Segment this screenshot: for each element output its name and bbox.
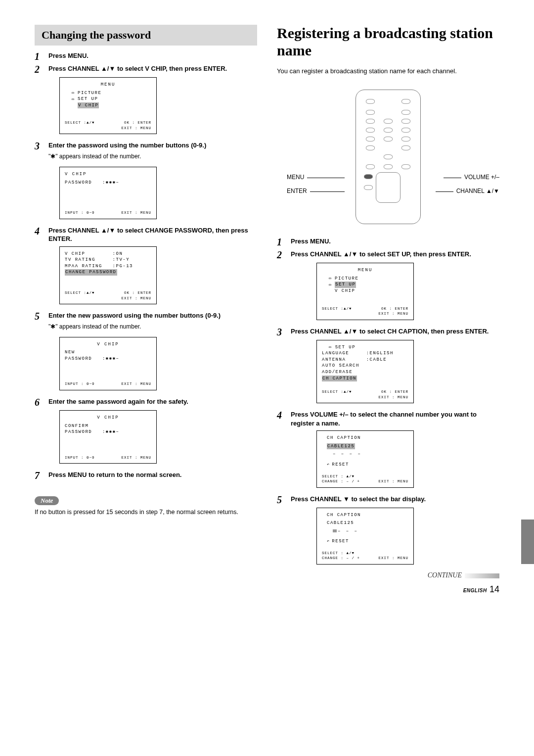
label-channel: CHANNEL ▲/▼ — [456, 188, 499, 194]
step-4: 4 Press CHANNEL ▲/▼ to select CHANGE PAS… — [35, 226, 257, 243]
step-7: 7 Press MENU to return to the normal scr… — [35, 471, 257, 480]
section-header: Changing the password — [35, 25, 257, 46]
side-tab — [521, 520, 534, 564]
r-step-3: 3 Press CHANNEL ▲/▼ to select CH CAPTION… — [277, 327, 499, 337]
osd-password-entry: V CHIP PASSWORD :✱✱✱– INPUT : 0~9 EXIT :… — [59, 167, 157, 219]
osd-confirm-password: V CHIP CONFIRM PASSWORD :✱✱✱– INPUT : 0~… — [59, 410, 157, 464]
osd-vchip-settings: V CHIP :ON TV RATING :TV-Y MPAA RATING :… — [59, 246, 157, 304]
step-5: 5 Enter the new password using the numbe… — [35, 311, 257, 334]
osd-new-password: V CHIP NEW PASSWORD :✱✱✱– INPUT : 0~9 EX… — [59, 337, 157, 390]
step-1: 1 Press MENU. — [35, 51, 257, 61]
r-step-2: 2 Press CHANNEL ▲/▼ to select SET UP, th… — [277, 250, 499, 260]
intro-text: You can register a broadcasting station … — [277, 67, 499, 76]
section-title: Changing the password — [42, 29, 250, 42]
r-step-5: 5 Press CHANNEL ▼ to select the bar disp… — [277, 495, 499, 505]
osd-setup-menu: MENU ▭PICTURE ▭SET UP V CHIP SELECT :▲/▼… — [316, 263, 414, 320]
osd-ch-caption-1: CH CAPTION CABLE125 – – – – RESET SELECT… — [316, 430, 414, 487]
step-2: 2 Press CHANNEL ▲/▼ to select V CHIP, th… — [35, 64, 257, 74]
note-text: If no button is pressed for 15 seconds i… — [35, 508, 257, 517]
step-3: 3 Enter the password using the number bu… — [35, 141, 257, 164]
step-6: 6 Enter the same password again for the … — [35, 397, 257, 407]
osd-ch-caption-2: CH CAPTION CABLE125 – – – RESET SELECT :… — [316, 508, 414, 565]
osd-main-menu: MENU ▭PICTURE ▭SET UP V CHIP SELECT :▲/▼… — [59, 77, 157, 134]
r-step-1: 1 Press MENU. — [277, 237, 499, 247]
page-title: Registering a broadcasting station name — [277, 25, 499, 59]
page-footer: ENGLISH 14 — [277, 584, 499, 595]
continue-indicator: CONTINUE — [277, 571, 499, 579]
label-enter: ENTER — [287, 188, 307, 194]
r-step-4: 4 Press VOLUME +/– to select the channel… — [277, 410, 499, 427]
note-pill: Note — [35, 496, 59, 505]
label-volume: VOLUME +/– — [464, 174, 499, 181]
osd-setup-list: ▭ SET UP LANGUAGE :ENGLISH ANTENNA :CABL… — [316, 340, 414, 404]
remote-illustration: MENU ENTER VOLUME +/– CHANNEL ▲/▼ — [277, 86, 499, 234]
label-menu: MENU — [287, 174, 304, 181]
